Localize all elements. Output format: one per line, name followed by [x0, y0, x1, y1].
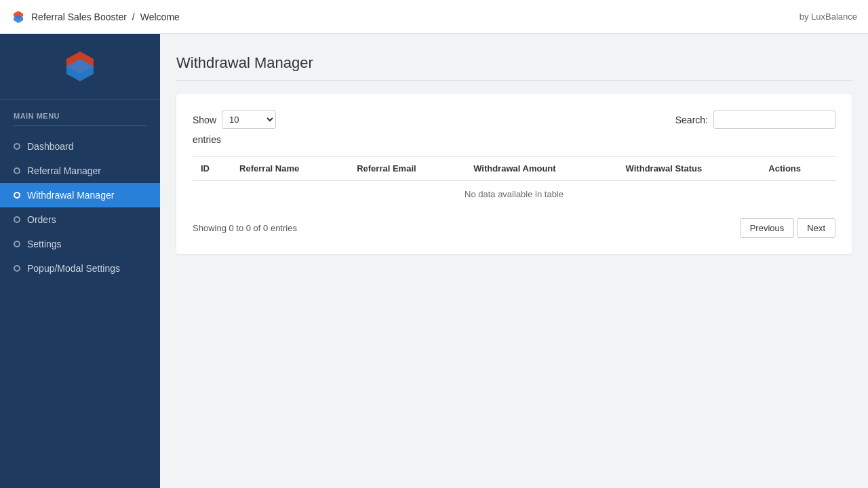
sidebar-item-circle-withdrawal — [14, 192, 20, 199]
show-label: Show — [193, 115, 216, 125]
sidebar-item-circle-dashboard — [14, 143, 20, 150]
show-select[interactable]: 10 25 50 100 — [222, 110, 276, 129]
table-head: ID Referral Name Referral Email Withdraw… — [193, 157, 835, 181]
sidebar-item-circle-popup — [14, 265, 20, 272]
sidebar: Main Menu Dashboard Referral Manager Wit… — [0, 34, 160, 488]
no-data-cell: No data available in table — [193, 181, 835, 208]
pagination: Previous Next — [740, 218, 835, 238]
topbar-left: Referral Sales Booster / Welcome — [11, 9, 180, 24]
sidebar-item-label-withdrawal: Withdrawal Manager — [27, 190, 114, 201]
search-input[interactable] — [713, 110, 835, 129]
table-row-no-data: No data available in table — [193, 181, 835, 208]
table-controls: Show 10 25 50 100 entries Search: — [193, 110, 835, 145]
topbar: Referral Sales Booster / Welcome by LuxB… — [0, 0, 868, 34]
main-card: Show 10 25 50 100 entries Search: — [176, 94, 852, 254]
sidebar-divider — [14, 125, 146, 126]
col-actions: Actions — [760, 157, 835, 181]
col-withdrawal-status: Withdrawal Status — [618, 157, 761, 181]
show-entries: Show 10 25 50 100 entries — [193, 110, 276, 145]
previous-button[interactable]: Previous — [740, 218, 795, 238]
sidebar-item-label-dashboard: Dashboard — [27, 141, 74, 152]
sidebar-item-circle-referral — [14, 167, 20, 174]
col-withdrawal-amount: Withdrawal Amount — [465, 157, 617, 181]
page-title: Withdrawal Manager — [176, 54, 852, 72]
col-referral-email: Referral Email — [349, 157, 465, 181]
sidebar-item-withdrawal-manager[interactable]: Withdrawal Manager — [0, 183, 160, 207]
sidebar-logo-area — [0, 34, 160, 100]
title-divider — [176, 80, 852, 81]
sidebar-item-circle-orders — [14, 216, 20, 223]
topbar-logo-icon — [11, 9, 26, 24]
table-header-row: ID Referral Name Referral Email Withdraw… — [193, 157, 835, 181]
sidebar-menu-label: Main Menu — [0, 100, 160, 125]
col-id: ID — [193, 157, 231, 181]
sidebar-item-orders[interactable]: Orders — [0, 207, 160, 232]
show-entries-row: Show 10 25 50 100 — [193, 110, 276, 129]
topbar-page: Welcome — [140, 12, 180, 22]
sidebar-item-dashboard[interactable]: Dashboard — [0, 134, 160, 159]
sidebar-item-popup-modal-settings[interactable]: Popup/Modal Settings — [0, 256, 160, 281]
table-footer: Showing 0 to 0 of 0 entries Previous Nex… — [193, 218, 835, 238]
search-area: Search: — [675, 110, 835, 129]
sidebar-item-label-orders: Orders — [27, 214, 56, 225]
layout: Main Menu Dashboard Referral Manager Wit… — [0, 34, 868, 488]
main-content: Withdrawal Manager Show 10 25 50 100 ent — [160, 34, 868, 488]
sidebar-item-settings[interactable]: Settings — [0, 232, 160, 256]
sidebar-item-referral-manager[interactable]: Referral Manager — [0, 159, 160, 183]
next-button[interactable]: Next — [797, 218, 835, 238]
data-table: ID Referral Name Referral Email Withdraw… — [193, 156, 835, 207]
sidebar-logo-icon — [61, 47, 99, 85]
sidebar-item-label-referral: Referral Manager — [27, 165, 101, 176]
table-body: No data available in table — [193, 181, 835, 208]
search-label: Search: — [675, 115, 708, 125]
topbar-separator: / — [132, 12, 135, 22]
topbar-app-name: Referral Sales Booster — [31, 12, 127, 22]
showing-text: Showing 0 to 0 of 0 entries — [193, 223, 297, 233]
sidebar-item-label-settings: Settings — [27, 239, 62, 249]
col-referral-name: Referral Name — [231, 157, 349, 181]
topbar-by-label: by LuxBalance — [800, 12, 857, 22]
sidebar-item-circle-settings — [14, 241, 20, 247]
sidebar-item-label-popup: Popup/Modal Settings — [27, 263, 120, 274]
entries-label: entries — [193, 134, 276, 145]
